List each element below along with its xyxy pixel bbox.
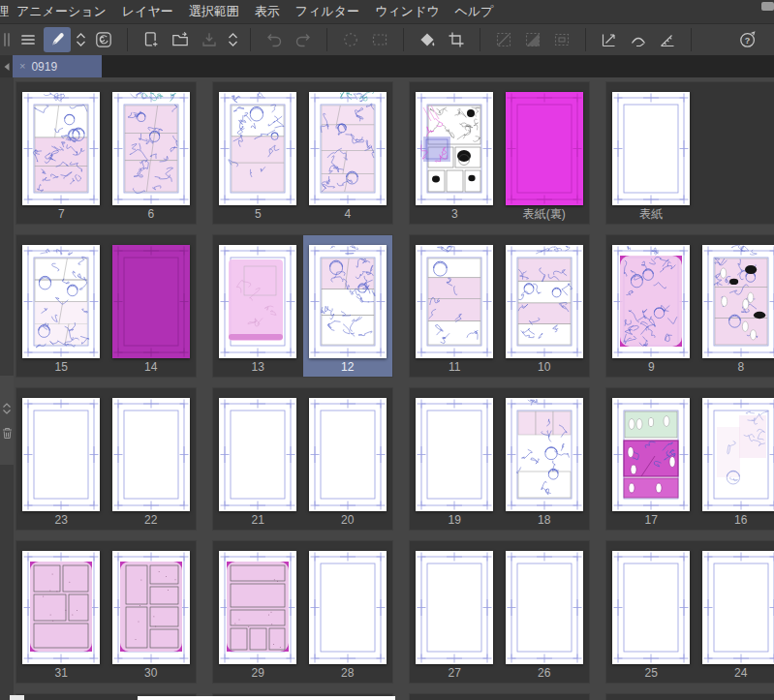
clip-studio-icon — [94, 30, 113, 49]
page-cell-27[interactable]: 27 — [410, 541, 500, 683]
left-dock-strip — [0, 77, 14, 700]
page-cell-20[interactable]: 20 — [303, 388, 393, 530]
open-file-icon — [170, 30, 190, 49]
menu-item-page-manage-partial[interactable]: 理 — [0, 3, 9, 20]
page-cell-9[interactable]: 9 — [606, 235, 697, 377]
document-tab[interactable]: × 0919 — [13, 55, 102, 77]
toolbar-pen-tool-button[interactable] — [44, 27, 71, 52]
toolbar-invert-selection-button — [519, 27, 546, 52]
page-thumbnail — [219, 245, 296, 358]
toolbar-snap-special-ruler-button[interactable] — [625, 27, 652, 52]
page-cell-25[interactable]: 25 — [606, 541, 697, 683]
page-number-label: 31 — [55, 666, 68, 681]
new-page-icon — [141, 30, 161, 49]
page-thumbnail — [219, 551, 296, 664]
palette-chevrons-button[interactable] — [2, 402, 12, 415]
crop-marks-icon — [447, 30, 466, 49]
toolbar-redo-button — [290, 27, 317, 52]
page-cell-4[interactable]: 4 — [303, 82, 393, 224]
menu-item-window[interactable]: ウィンドウ — [367, 3, 448, 20]
page-thumbnail — [22, 551, 100, 664]
empty-cell — [697, 694, 774, 700]
page-cell-3[interactable]: 3 — [410, 82, 500, 224]
menu-item-layer[interactable]: レイヤー — [114, 3, 181, 20]
menu-item-animation[interactable]: アニメーション — [9, 3, 114, 20]
toolbar-group — [489, 27, 576, 52]
page-cell-7[interactable]: 7 — [16, 82, 107, 224]
spread-group: 1110 — [409, 234, 590, 378]
spread-group: 1918 — [409, 387, 590, 531]
menu-item-selection[interactable]: 選択範囲 — [181, 3, 247, 20]
page-row: 15141312111098 — [15, 234, 774, 378]
toolbar-snap-ruler-button[interactable] — [596, 27, 623, 52]
toolbar: ? — [0, 24, 774, 55]
page-cell-5[interactable]: 5 — [213, 82, 303, 224]
page-number-label: 3 — [451, 207, 458, 222]
page-cell-16[interactable]: 16 — [697, 388, 774, 530]
tab-scroll-left-icon[interactable] — [0, 55, 13, 77]
toolbar-open-file-button[interactable] — [167, 27, 194, 52]
page-cell-21[interactable]: 21 — [213, 388, 303, 530]
page-cell-17[interactable]: 17 — [606, 388, 697, 530]
page-thumbnail — [112, 92, 190, 205]
page-cell-12[interactable]: 12 — [303, 235, 393, 377]
chevrons-up-down-icon — [2, 402, 12, 415]
page-cell-10[interactable]: 10 — [500, 235, 590, 377]
page-cell-22[interactable]: 22 — [107, 388, 197, 530]
menu-item-help[interactable]: ヘルプ — [448, 3, 502, 20]
page-thumbnail — [506, 92, 583, 205]
page-cell-18[interactable]: 18 — [500, 388, 590, 530]
toolbar-main-menu-button[interactable] — [15, 27, 42, 52]
toolbar-selection-border-button — [548, 27, 575, 52]
page-cell-表紙(裏)[interactable]: 表紙(裏) — [500, 82, 590, 224]
page-number-label: 24 — [734, 666, 747, 681]
page-cell-15[interactable]: 15 — [16, 235, 107, 377]
menu-item-filter[interactable]: フィルター — [288, 3, 367, 20]
page-cell-31[interactable]: 31 — [16, 541, 107, 683]
page-cell-14[interactable]: 14 — [107, 235, 197, 377]
palette-trash-button[interactable] — [2, 427, 13, 440]
page-cell-8[interactable]: 8 — [697, 235, 774, 377]
tab-close-icon[interactable]: × — [19, 61, 25, 72]
page-cell-19[interactable]: 19 — [410, 388, 500, 530]
page-number-label: 表紙 — [639, 207, 663, 222]
page-thumbnail — [612, 92, 690, 205]
page-number-label: 22 — [144, 513, 157, 528]
toolbar-separator — [585, 28, 586, 51]
toolbar-help-button[interactable]: ? — [734, 27, 761, 52]
page-cell-26[interactable]: 26 — [500, 541, 590, 683]
page-thumbnail — [309, 551, 387, 664]
empty-cell — [697, 82, 774, 224]
toolbar-new-page-button[interactable] — [138, 27, 165, 52]
page-thumbnail — [22, 245, 100, 358]
toolbar-clip-studio-button[interactable] — [90, 27, 117, 52]
page-cell-23[interactable]: 23 — [16, 388, 107, 530]
page-cell-13[interactable]: 13 — [213, 235, 303, 377]
menu-bar: 理アニメーションレイヤー選択範囲表示フィルターウィンドウヘルプ — [0, 0, 774, 24]
page-cell-6[interactable]: 6 — [107, 82, 197, 224]
tab-bar: × 0919 — [0, 55, 774, 77]
page-cell-29[interactable]: 29 — [213, 541, 303, 683]
page-cell-11[interactable]: 11 — [410, 235, 500, 377]
snap-ruler-icon — [600, 30, 619, 49]
spread-group: 2928 — [212, 540, 393, 684]
toolbar-save-chevrons-button[interactable] — [225, 27, 240, 52]
toolbar-fill-button[interactable] — [414, 27, 441, 52]
toolbar-grip[interactable] — [0, 24, 14, 55]
toolbar-tool-chevrons-button[interactable] — [73, 27, 88, 52]
spread-group: 2524 — [605, 540, 774, 684]
page-number-label: 8 — [737, 360, 744, 375]
page-cell-表紙[interactable]: 表紙 — [606, 82, 697, 224]
save-icon — [200, 30, 219, 49]
spread-group: 76 — [15, 81, 197, 225]
toolbar-crop-marks-button[interactable] — [443, 27, 470, 52]
toolbar-snap-grid-button[interactable] — [654, 27, 681, 52]
menu-item-view[interactable]: 表示 — [247, 3, 288, 20]
page-cell-30[interactable]: 30 — [107, 541, 197, 683]
select-marquee-icon — [370, 30, 389, 49]
toolbar-separator — [127, 28, 128, 51]
spread-group: 1312 — [212, 234, 393, 378]
tab-title: 0919 — [31, 60, 57, 74]
page-cell-28[interactable]: 28 — [303, 541, 393, 683]
page-cell-24[interactable]: 24 — [697, 541, 774, 683]
